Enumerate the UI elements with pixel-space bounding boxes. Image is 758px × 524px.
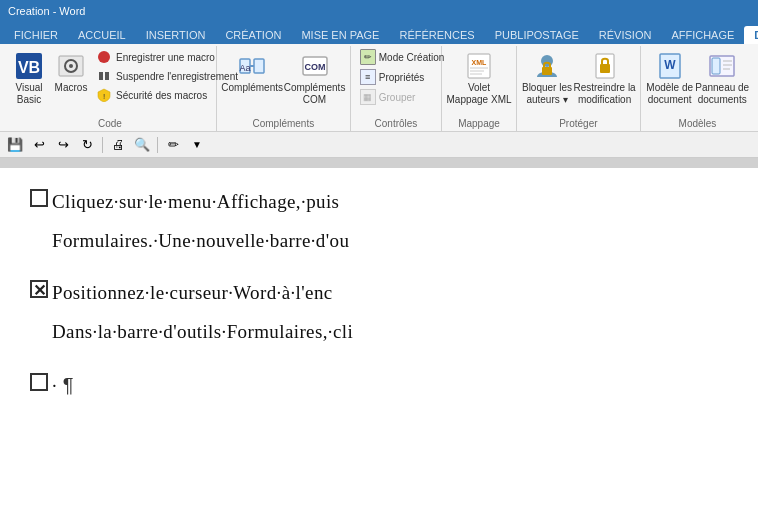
checkbox-2[interactable] — [30, 280, 48, 298]
doc-line-1-text: Cliquez·sur·le·menu·Affichage,·puis — [52, 188, 339, 217]
tab-revision[interactable]: RÉVISION — [589, 26, 662, 44]
grouper-button[interactable]: ▦ Grouper — [357, 88, 419, 106]
checkbox-1[interactable] — [30, 189, 48, 207]
toolbar: 💾 ↩ ↪ ↻ 🖨 🔍 ✏ ▼ — [0, 132, 758, 158]
tab-developpeur[interactable]: DÉVELOPPEUR — [744, 26, 758, 44]
toolbar-separator-2 — [157, 137, 158, 153]
svg-text:XML: XML — [472, 59, 488, 66]
refresh-button[interactable]: ↻ — [76, 135, 98, 155]
tab-fichier[interactable]: FICHIER — [4, 26, 68, 44]
bloquer-auteurs-icon — [531, 50, 563, 82]
ribbon-group-complements-content: Aa Compléments COM ComplémentsCOM — [223, 48, 344, 116]
ribbon-group-proteger-content: Bloquer lesauteurs ▾ Restreindre lamodif… — [523, 48, 634, 116]
tab-affichage[interactable]: AFFICHAGE — [661, 26, 744, 44]
bloquer-auteurs-button[interactable]: Bloquer lesauteurs ▾ — [523, 48, 571, 108]
spacer-2 — [30, 356, 728, 370]
checkbox-3[interactable] — [30, 373, 48, 391]
ribbon-group-modeles: W Modèle dedocument Panneau dedocuments — [641, 46, 754, 131]
grouper-icon: ▦ — [360, 89, 376, 105]
ribbon-group-mappage: XML VoletMappage XML Mappage — [442, 46, 517, 131]
macros-icon — [55, 50, 87, 82]
doc-line-2-text: Formulaires.·Une·nouvelle·barre·d'ou — [52, 227, 349, 256]
enregistrer-macro-icon — [96, 49, 112, 65]
document-page[interactable]: Cliquez·sur·le·menu·Affichage,·puis Form… — [0, 168, 758, 524]
svg-text:!: ! — [103, 92, 105, 101]
complements-group-label: Compléments — [223, 116, 344, 131]
mode-creation-icon: ✏ — [360, 49, 376, 65]
visual-basic-label: VisualBasic — [15, 82, 42, 106]
ribbon-group-code: VB VisualBasic Macros — [4, 46, 217, 131]
svg-rect-6 — [99, 72, 103, 80]
print-button[interactable]: 🖨 — [107, 135, 129, 155]
ribbon-group-controles: ✏ Mode Création ≡ Propriétés ▦ Grouper C… — [351, 46, 442, 131]
edit-button[interactable]: ✏ — [162, 135, 184, 155]
modele-document-icon: W — [654, 50, 686, 82]
macros-button[interactable]: Macros — [52, 48, 90, 96]
svg-point-5 — [98, 51, 110, 63]
panneau-documents-button[interactable]: Panneau dedocuments — [696, 48, 748, 108]
tab-creation[interactable]: CRÉATION — [215, 26, 291, 44]
complements-icon: Aa — [236, 50, 268, 82]
doc-line-1: Cliquez·sur·le·menu·Affichage,·puis — [30, 188, 728, 217]
tab-publipostage[interactable]: PUBLIPOSTAGE — [485, 26, 589, 44]
proprietes-label: Propriétés — [379, 72, 425, 83]
securite-macros-icon: ! — [96, 87, 112, 103]
ribbon-group-code-content: VB VisualBasic Macros — [10, 48, 210, 116]
svg-text:COM: COM — [304, 62, 325, 72]
svg-text:Aa: Aa — [240, 63, 251, 73]
toolbar-separator-1 — [102, 137, 103, 153]
dot-separator: · — [52, 375, 57, 396]
visual-basic-button[interactable]: VB VisualBasic — [10, 48, 48, 108]
mode-creation-label: Mode Création — [379, 52, 445, 63]
modele-document-button[interactable]: W Modèle dedocument — [647, 48, 692, 108]
volet-mappage-xml-button[interactable]: XML VoletMappage XML — [448, 48, 510, 108]
proteger-group-label: Protéger — [523, 116, 634, 131]
panneau-documents-icon — [706, 50, 738, 82]
tab-references[interactable]: RÉFÉRENCES — [389, 26, 484, 44]
restreindre-modification-icon — [589, 50, 621, 82]
undo-button[interactable]: ↩ — [28, 135, 50, 155]
doc-line-3-text: Positionnez·le·curseur·Word·à·l'enc — [52, 279, 333, 308]
modeles-group-label: Modèles — [647, 116, 748, 131]
svg-text:VB: VB — [18, 59, 40, 76]
svg-rect-20 — [542, 67, 552, 75]
mode-creation-button[interactable]: ✏ Mode Création — [357, 48, 448, 66]
tab-accueil[interactable]: ACCUEIL — [68, 26, 136, 44]
tab-miseenpage[interactable]: MISE EN PAGE — [291, 26, 389, 44]
search-button[interactable]: 🔍 — [131, 135, 153, 155]
complements-com-button[interactable]: COM ComplémentsCOM — [285, 48, 343, 108]
complements-com-label: ComplémentsCOM — [284, 82, 346, 106]
mappage-group-label: Mappage — [448, 116, 510, 131]
restreindre-modification-button[interactable]: Restreindre lamodification — [575, 48, 634, 108]
ribbon-group-mappage-content: XML VoletMappage XML — [448, 48, 510, 116]
save-button[interactable]: 💾 — [4, 135, 26, 155]
volet-mappage-xml-label: VoletMappage XML — [446, 82, 511, 106]
svg-rect-7 — [105, 72, 109, 80]
proprietes-button[interactable]: ≡ Propriétés — [357, 68, 428, 86]
svg-rect-26 — [712, 58, 720, 74]
title-bar-text: Creation - Word — [8, 5, 85, 17]
volet-mappage-xml-icon: XML — [463, 50, 495, 82]
svg-point-19 — [541, 55, 553, 67]
bloquer-auteurs-label: Bloquer lesauteurs ▾ — [522, 82, 572, 106]
title-bar: Creation - Word — [0, 0, 758, 22]
panneau-documents-label: Panneau dedocuments — [695, 82, 749, 106]
complements-button[interactable]: Aa Compléments — [223, 48, 281, 96]
ribbon-group-proteger: Bloquer lesauteurs ▾ Restreindre lamodif… — [517, 46, 641, 131]
restreindre-modification-label: Restreindre lamodification — [573, 82, 635, 106]
tab-insertion[interactable]: INSERTION — [136, 26, 216, 44]
svg-rect-10 — [254, 59, 264, 73]
ribbon-group-modeles-content: W Modèle dedocument Panneau dedocuments — [647, 48, 748, 116]
redo-button[interactable]: ↪ — [52, 135, 74, 155]
doc-line-2: Formulaires.·Une·nouvelle·barre·d'ou — [30, 227, 728, 256]
document-area: Cliquez·sur·le·menu·Affichage,·puis Form… — [0, 158, 758, 524]
spacer-1 — [30, 265, 728, 279]
proprietes-icon: ≡ — [360, 69, 376, 85]
complements-label: Compléments — [221, 82, 283, 94]
paragraph-mark: ¶ — [63, 374, 74, 396]
doc-line-5: · ¶ — [30, 370, 728, 401]
enregistrer-macro-label: Enregistrer une macro — [116, 52, 215, 63]
down-arrow-button[interactable]: ▼ — [186, 135, 208, 155]
doc-line-5-text: · ¶ — [52, 370, 74, 401]
suspendre-icon — [96, 68, 112, 84]
